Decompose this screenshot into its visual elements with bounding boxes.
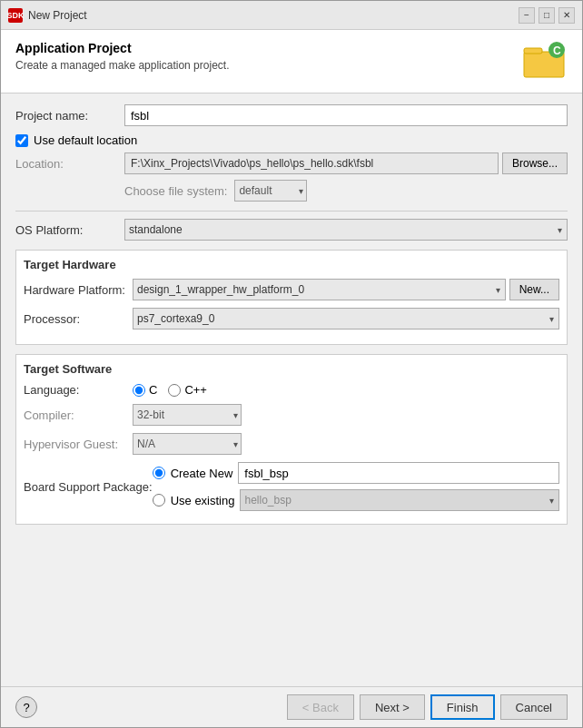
language-cpp-radio[interactable]	[168, 384, 181, 397]
filesystem-select-wrapper: default	[234, 180, 307, 202]
finish-button[interactable]: Finish	[430, 694, 495, 720]
header-text: Application Project Create a managed mak…	[15, 41, 229, 72]
hardware-platform-row: Hardware Platform: design_1_wrapper_hw_p…	[24, 279, 559, 300]
processor-select-wrapper: ps7_cortexa9_0	[133, 308, 559, 330]
language-c-label: C	[149, 383, 157, 397]
back-button[interactable]: < Back	[287, 694, 354, 720]
compiler-row: Compiler: 32-bit	[24, 404, 559, 426]
bsp-create-new-input[interactable]	[238, 462, 559, 484]
os-platform-label: OS Platform:	[15, 223, 124, 237]
bsp-label: Board Support Package:	[24, 480, 153, 494]
help-button[interactable]: ?	[15, 696, 37, 718]
header-title: Application Project	[15, 41, 229, 55]
compiler-select-wrapper: 32-bit	[133, 404, 242, 426]
bsp-existing-select-wrapper: hello_bsp	[240, 489, 559, 511]
use-default-location-checkbox[interactable]	[15, 134, 28, 147]
bsp-row: Board Support Package: Create New Use ex…	[24, 462, 559, 511]
language-label: Language:	[24, 383, 133, 397]
hardware-platform-select[interactable]: design_1_wrapper_hw_platform_0	[133, 279, 506, 300]
hardware-platform-select-wrapper: design_1_wrapper_hw_platform_0	[133, 279, 506, 300]
processor-select[interactable]: ps7_cortexa9_0	[133, 308, 559, 330]
svg-rect-1	[524, 48, 542, 54]
form-content: Project name: Use default location Locat…	[1, 93, 582, 686]
language-cpp-item: C++	[168, 383, 207, 397]
target-hardware-section: Target Hardware Hardware Platform: desig…	[15, 250, 568, 345]
header-icon-area: C	[522, 41, 568, 82]
language-c-item: C	[133, 383, 157, 397]
compiler-label: Compiler:	[24, 408, 133, 422]
dialog-header: Application Project Create a managed mak…	[1, 30, 582, 93]
target-software-section: Target Software Language: C C++ Com	[15, 354, 568, 525]
bsp-create-new-label: Create New	[171, 467, 233, 480]
minimize-button[interactable]: −	[519, 7, 535, 24]
filesystem-label: Choose file system:	[124, 184, 227, 198]
processor-row: Processor: ps7_cortexa9_0	[24, 308, 559, 330]
header-description: Create a managed make application projec…	[15, 59, 229, 72]
hypervisor-select[interactable]: N/A	[133, 433, 242, 455]
language-cpp-label: C++	[184, 383, 207, 397]
project-name-input[interactable]	[124, 104, 568, 126]
close-button[interactable]: ✕	[558, 7, 575, 24]
hardware-platform-label: Hardware Platform:	[24, 283, 133, 297]
compiler-select[interactable]: 32-bit	[133, 404, 242, 426]
new-platform-button[interactable]: New...	[509, 279, 559, 300]
bsp-use-existing-radio[interactable]	[153, 494, 165, 507]
divider-1	[15, 211, 568, 212]
folder-project-icon: C	[522, 41, 568, 82]
cancel-button[interactable]: Cancel	[500, 694, 568, 720]
bsp-use-existing-label: Use existing	[171, 494, 235, 507]
hypervisor-select-wrapper: N/A	[133, 433, 242, 455]
next-button[interactable]: Next >	[360, 694, 425, 720]
os-platform-select[interactable]: standalone	[124, 219, 568, 241]
dialog-title: New Project	[28, 9, 519, 22]
target-software-label: Target Software	[24, 362, 559, 376]
use-default-location-label: Use default location	[34, 133, 137, 147]
language-c-radio[interactable]	[133, 384, 145, 397]
footer-left: ?	[15, 696, 37, 718]
window-controls: − □ ✕	[519, 7, 575, 24]
language-row: Language: C C++	[24, 383, 559, 397]
use-default-location-row: Use default location	[15, 133, 568, 147]
location-row: Location: Browse...	[15, 152, 568, 174]
svg-text:C: C	[553, 44, 561, 57]
bsp-use-existing-row: Use existing hello_bsp	[153, 489, 559, 511]
app-icon: SDK	[8, 8, 23, 23]
location-label: Location:	[15, 157, 124, 171]
project-name-row: Project name:	[15, 104, 568, 126]
processor-label: Processor:	[24, 312, 133, 326]
filesystem-row: Choose file system: default	[15, 180, 568, 202]
title-bar: SDK New Project − □ ✕	[1, 1, 582, 30]
os-platform-row: OS Platform: standalone	[15, 219, 568, 241]
filesystem-select[interactable]: default	[234, 180, 307, 202]
bsp-create-new-radio[interactable]	[153, 467, 165, 479]
bsp-options: Create New Use existing hello_bsp	[153, 462, 559, 511]
target-hardware-label: Target Hardware	[24, 258, 559, 271]
dialog-footer: ? < Back Next > Finish Cancel	[1, 686, 582, 727]
language-radio-group: C C++	[133, 383, 207, 397]
new-project-dialog: SDK New Project − □ ✕ Application Projec…	[0, 0, 583, 728]
hypervisor-label: Hypervisor Guest:	[24, 438, 133, 451]
bsp-existing-select[interactable]: hello_bsp	[240, 489, 559, 511]
maximize-button[interactable]: □	[539, 7, 555, 24]
os-platform-select-wrapper: standalone	[124, 219, 568, 241]
project-name-label: Project name:	[15, 109, 124, 123]
location-input[interactable]	[124, 152, 499, 174]
footer-right: < Back Next > Finish Cancel	[287, 694, 568, 720]
bsp-create-new-row: Create New	[153, 462, 559, 484]
browse-button[interactable]: Browse...	[502, 152, 568, 174]
hypervisor-row: Hypervisor Guest: N/A	[24, 433, 559, 455]
